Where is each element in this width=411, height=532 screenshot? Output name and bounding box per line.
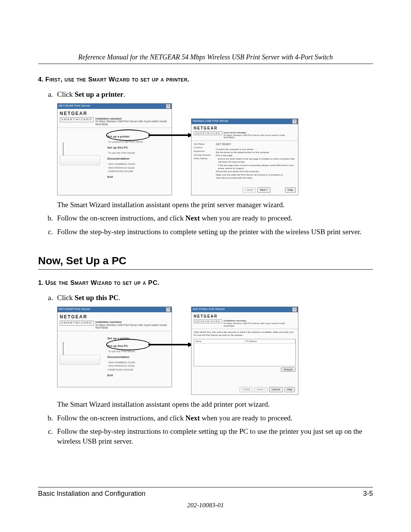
device-image <box>60 343 99 365</box>
refresh-button[interactable]: Refresh <box>281 367 296 372</box>
sw-line2: 54 Mbps Wireless USB Print Server with 4… <box>95 120 167 126</box>
wizard-right-panel-1: Wireless USB Print Server × NETGEAR SMAR… <box>191 118 298 195</box>
smartwizard-box: SMARTWIZARD <box>194 131 222 135</box>
sw-line1: installation assistant <box>224 320 246 322</box>
step-1-number: 1. <box>38 279 43 286</box>
menu-exit[interactable]: Exit <box>107 374 169 378</box>
menu-doc-1[interactable]: View Installation Guide <box>108 361 169 364</box>
right1-buttons: < Back Next > Help <box>242 187 296 192</box>
step-4-title: First, use the Smart Wizard to set up a … <box>45 76 190 83</box>
smartwizard-row: SMARTWIZARD print server manager 54 Mbps… <box>191 131 298 141</box>
netgear-brand: NETGEAR <box>57 312 172 321</box>
step-4-number: 4. <box>38 76 43 83</box>
figure-2: NETGEAR Print Server × NETGEAR SMARTWIZA… <box>57 307 373 395</box>
col-name: Name <box>194 339 245 343</box>
callout-arrow-2 <box>148 342 194 354</box>
right1-line: Click Next to proceed with the setup. <box>216 176 296 179</box>
wizard-left-title: NETGEAR Print Server <box>59 307 90 312</box>
page: Reference Manual for the NETGEAR 54 Mbps… <box>0 0 411 532</box>
step-4a-bold: Set up a printer <box>75 90 123 98</box>
callout-oval-2 <box>106 339 150 350</box>
help-button[interactable]: Help <box>284 387 295 392</box>
right1-line: Connect this computer to your printer. <box>216 148 296 151</box>
smartwizard-text: installation assistant 54 Mbps Wireless … <box>224 320 296 327</box>
printer-listbox[interactable]: Name IP Address <box>194 339 296 366</box>
wizard-right1-titlebar: Wireless USB Print Server × <box>191 119 298 124</box>
close-icon[interactable]: × <box>292 307 297 312</box>
smartwizard-box: SMARTWIZARD <box>194 320 222 323</box>
right1-line: Ensure the driver listed on the test pag… <box>216 157 296 164</box>
col-ip: IP Address <box>245 339 295 343</box>
wizard-right1-title: Wireless USB Print Server <box>193 119 228 123</box>
step-1b-prefix: Follow the on-screen instructions, and c… <box>57 414 185 422</box>
step-1a: Click Set up this PC. NETGEAR Print Serv… <box>55 293 373 409</box>
callout-oval-1 <box>106 129 150 141</box>
figure-1: NETGEAR Print Server × NETGEAR SMARTWIZA… <box>57 103 373 195</box>
step-4-substeps: Click Set up a printer. NETGEAR Print Se… <box>38 89 373 237</box>
step-1a-after-fig: The Smart Wizard installation assistant … <box>57 399 373 409</box>
back-button: < Back <box>239 387 253 392</box>
step-4-heading: 4. First, use the Smart Wizard to set up… <box>38 75 373 84</box>
menu-doc-3[interactable]: Install Adobe Acrobat <box>108 169 169 173</box>
close-icon[interactable]: × <box>166 104 170 109</box>
right1-line: Print a test page. <box>216 154 296 157</box>
right1-main: GET READY Connect this computer to your … <box>216 142 296 180</box>
right1-line: If the test page does not print successf… <box>216 164 296 170</box>
device-col <box>57 331 106 381</box>
wizard-left-titlebar: NETGEAR Print Server × <box>57 104 172 109</box>
right1-heading: GET READY <box>216 142 296 146</box>
menu-doc-1[interactable]: View Installation Guide <box>108 162 169 166</box>
menu-documentation: Documentation <box>107 355 169 359</box>
next-button: Next > <box>254 387 267 392</box>
wizard-left-titlebar: NETGEAR Print Server × <box>57 307 172 312</box>
menu-doc-2[interactable]: View Reference Guide <box>108 364 169 367</box>
menu-doc-2[interactable]: View Reference Guide <box>108 166 169 169</box>
sw-line1: print server manager <box>224 131 247 134</box>
smartwizard-row: SMARTWIZARD installation assistant 54 Mb… <box>57 321 172 331</box>
smartwizard-box: SMARTWIZARD <box>60 117 94 122</box>
back-button: < Back <box>242 187 256 192</box>
smartwizard-text: installation assistant 54 Mbps Wireless … <box>95 117 169 126</box>
help-button[interactable]: Help <box>285 187 296 192</box>
page-content: 4. First, use the Smart Wizard to set up… <box>38 75 373 446</box>
step-4b-bold: Next <box>185 214 200 222</box>
nav-item[interactable]: Connect Equipment <box>194 146 213 153</box>
step-4b-suffix: when you are ready to proceed. <box>200 214 292 222</box>
smartwizard-row: SMARTWIZARD installation assistant 54 Mb… <box>57 117 172 128</box>
smartwizard-row: SMARTWIZARD installation assistant 54 Mb… <box>191 320 298 329</box>
close-icon[interactable]: × <box>292 119 297 124</box>
device-image <box>60 143 99 165</box>
footer-line: Basic Installation and Configuration 3-5 <box>38 487 373 498</box>
netgear-brand: NETGEAR <box>191 124 298 132</box>
step-1-title: Use the Smart Wizard to set up a PC. <box>45 279 159 286</box>
nav-item[interactable]: Activate Network <box>194 153 213 157</box>
menu-doc-3[interactable]: Install Adobe Acrobat <box>108 368 169 371</box>
right1-line: Make sure the outlet the Print Server wi… <box>216 173 296 176</box>
step-1b: Follow the on-screen instructions, and c… <box>55 413 373 423</box>
right1-line: Disconnect your printer from this comput… <box>216 170 296 173</box>
step-4a: Click Set up a printer. NETGEAR Print Se… <box>55 89 373 209</box>
step-1b-suffix: when you are ready to proceed. <box>200 414 292 422</box>
next-button[interactable]: Next > <box>257 187 270 192</box>
right1-line: Set the printer as the default printer f… <box>216 151 296 154</box>
menu-exit[interactable]: Exit <box>107 175 169 179</box>
step-4b: Follow the on-screen instructions, and c… <box>55 213 373 223</box>
wizard-right2-titlebar: Add Printer Port Wizard × <box>191 307 298 312</box>
close-icon[interactable]: × <box>166 307 170 312</box>
step-4a-prefix: Click <box>57 90 75 98</box>
smartwizard-box: SMARTWIZARD <box>60 321 94 326</box>
listbox-header: Name IP Address <box>194 339 295 343</box>
step-1b-bold: Next <box>185 414 200 422</box>
menu-col: Set up a printer Set up this PC To use t… <box>106 331 172 381</box>
footer-left: Basic Installation and Configuration <box>38 490 145 498</box>
step-1a-bold: Set up this PC <box>75 294 119 302</box>
nav-item[interactable]: Get Ready <box>194 142 213 146</box>
menu-setup-pc-sub: To use the Print Server <box>108 151 169 155</box>
wizard-right-panel-2: Add Printer Port Wizard × NETGEAR SMARTW… <box>191 307 298 395</box>
step-4a-after-fig: The Smart Wizard installation assistant … <box>57 200 373 210</box>
right2-buttons: < Back Next > Cancel Help <box>191 387 298 392</box>
nav-item[interactable]: Verify Setting <box>194 157 213 161</box>
menu-setup-pc[interactable]: Set up this PC <box>107 146 169 150</box>
cancel-button[interactable]: Cancel <box>269 387 283 392</box>
right2-instr: Click refresh first, then wait a few sec… <box>194 331 296 337</box>
